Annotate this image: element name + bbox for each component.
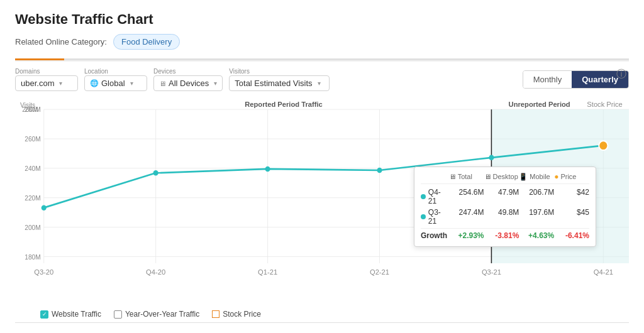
legend-website-traffic-label: Website Traffic (52, 310, 101, 319)
svg-text:Q3-21: Q3-21 (482, 268, 501, 276)
location-label: Location (84, 68, 147, 75)
svg-text:180M: 180M (25, 253, 40, 260)
svg-text:Q4-21: Q4-21 (594, 268, 613, 276)
period-toggle: Monthly Quarterly (523, 70, 629, 89)
total-icon: 🖥 (449, 173, 456, 180)
domains-label: Domains (15, 68, 78, 75)
visitors-dropdown[interactable]: Total Estimated Visits ▾ (229, 75, 330, 91)
devices-arrow-icon: ▾ (214, 80, 217, 87)
device-icon: 🖥 (159, 80, 166, 87)
tooltip-desktop-header: 🖥 Desktop (484, 172, 519, 181)
legend-yoy-label: Year-Over-Year Traffic (125, 310, 199, 319)
svg-text:240M: 240M (25, 165, 40, 172)
globe-icon: 🌐 (90, 79, 99, 87)
mobile-icon: 📱 (519, 173, 528, 181)
devices-dropdown[interactable]: 🖥 All Devices ▾ (153, 75, 223, 91)
svg-point-32 (153, 170, 158, 176)
tooltip-row-q3: Q3-21 247.4M 49.8M 197.6M $45 (421, 207, 589, 227)
legend-website-traffic[interactable]: Website Traffic (40, 310, 101, 319)
domains-value: uber.com (21, 79, 54, 88)
svg-text:Q2-21: Q2-21 (370, 268, 389, 276)
yoy-traffic-checkbox[interactable] (114, 310, 122, 319)
location-dropdown[interactable]: 🌐 Global ▾ (84, 75, 147, 91)
svg-point-33 (265, 166, 270, 172)
info-icon[interactable]: ⓘ (616, 68, 626, 81)
svg-text:260M: 260M (25, 136, 40, 143)
location-value: Global (101, 79, 125, 88)
tooltip-row-q4: Q4-21 254.6M 47.9M 206.7M $42 (421, 187, 589, 207)
visitors-label: Visitors (229, 68, 330, 75)
svg-point-34 (377, 168, 382, 173)
devices-label: Devices (153, 68, 223, 75)
q3-dot (421, 214, 426, 219)
location-arrow-icon: ▾ (130, 80, 133, 87)
domains-dropdown[interactable]: uber.com ▾ (15, 75, 78, 91)
chart-legend: Website Traffic Year-Over-Year Traffic S… (15, 305, 629, 319)
svg-text:Reported Period Traffic: Reported Period Traffic (245, 101, 323, 108)
svg-text:Q4-20: Q4-20 (146, 268, 165, 276)
tooltip: 🖥 Total 🖥 Desktop 📱 Mobile ● Price (414, 166, 596, 247)
q4-dot (421, 194, 426, 199)
svg-text:280M: 280M (25, 106, 40, 113)
tooltip-total-header: 🖥 Total (449, 172, 484, 181)
visitors-arrow-icon: ▾ (318, 80, 321, 87)
tooltip-price-header: ● Price (554, 172, 589, 181)
devices-value: All Devices (169, 79, 209, 88)
svg-text:Q3-20: Q3-20 (34, 268, 53, 276)
svg-point-36 (599, 141, 608, 150)
svg-text:Unreported Period: Unreported Period (509, 101, 570, 108)
domains-arrow-icon: ▾ (59, 80, 62, 87)
page-title: Website Traffic Chart (15, 11, 629, 28)
monthly-toggle[interactable]: Monthly (523, 71, 572, 88)
tooltip-row-growth: Growth +2.93% -3.81% +4.63% -6.41% (421, 228, 589, 241)
related-label: Related Online Category: (15, 37, 107, 46)
website-traffic-checkbox[interactable] (40, 310, 48, 319)
svg-point-31 (42, 205, 47, 210)
visitors-value: Total Estimated Visits (235, 79, 312, 88)
legend-stock-price[interactable]: Stock Price (212, 310, 261, 319)
svg-point-35 (489, 155, 494, 161)
svg-text:200M: 200M (25, 224, 40, 231)
desktop-icon: 🖥 (484, 173, 491, 180)
price-dot-icon: ● (554, 172, 558, 181)
svg-text:220M: 220M (25, 195, 40, 202)
legend-yoy-traffic[interactable]: Year-Over-Year Traffic (114, 310, 199, 319)
svg-text:Stock Price: Stock Price (587, 101, 622, 108)
category-badge[interactable]: Food Delivery (113, 34, 180, 50)
svg-text:Q1-21: Q1-21 (258, 268, 277, 276)
stock-price-checkbox[interactable] (212, 310, 219, 318)
legend-stock-label: Stock Price (223, 310, 261, 319)
tooltip-mobile-header: 📱 Mobile (519, 172, 554, 181)
